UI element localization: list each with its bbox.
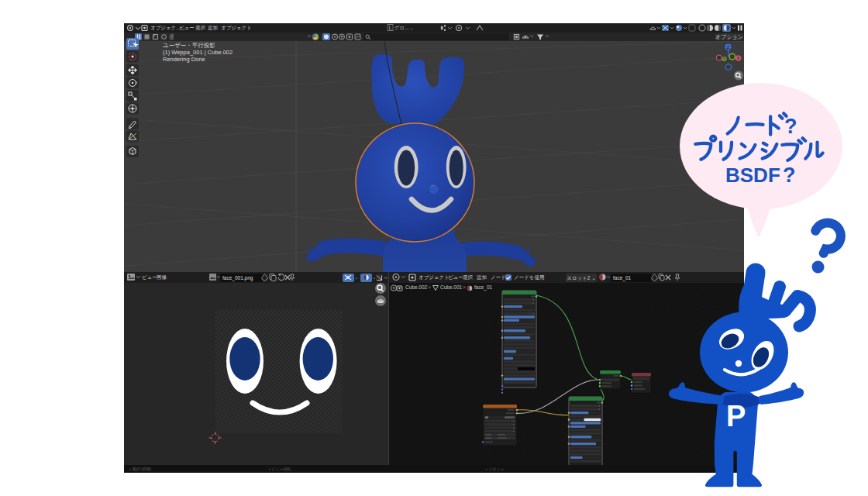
svg-text:P: P bbox=[726, 400, 746, 432]
svg-text:?: ? bbox=[783, 164, 796, 187]
svg-text:BSDF: BSDF bbox=[725, 164, 780, 187]
svg-text:?: ? bbox=[784, 115, 797, 138]
